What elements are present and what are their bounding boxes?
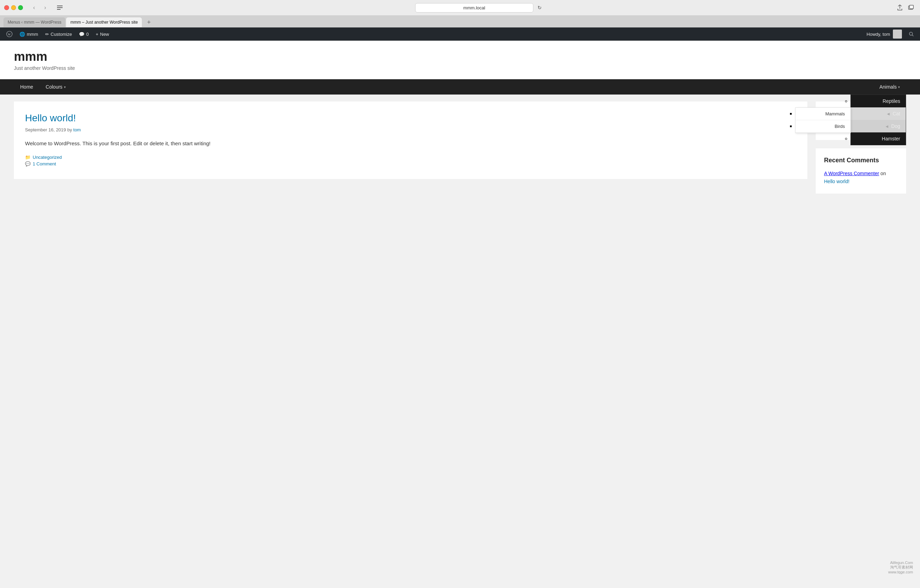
svg-rect-4 [910, 5, 914, 9]
dropdown-item-hamster[interactable]: Hamster [851, 132, 906, 145]
post-title-link[interactable]: Hello world! [25, 113, 76, 123]
comment-post-link[interactable]: Hello world! [824, 179, 849, 184]
submenu-arrow-icon: ◀ [886, 124, 888, 128]
refresh-button[interactable]: ↻ [535, 3, 544, 13]
category-link[interactable]: Uncategorized [33, 155, 62, 160]
submenu-arrow-icon: ◀ [887, 112, 890, 116]
main-layout: Hello world! September 16, 2019 by tom W… [0, 95, 920, 209]
dropdown-item-dog[interactable]: ◀ Dog [851, 120, 906, 132]
svg-line-8 [912, 35, 914, 37]
by-text: by [67, 127, 73, 132]
nav-colours-label: Colours [45, 84, 62, 90]
comment-bubble-icon: 💬 [79, 32, 84, 37]
on-text: on [880, 171, 886, 176]
comments-item[interactable]: 💬 0 [75, 27, 92, 40]
post-excerpt: Welcome to WordPress. This is your first… [25, 139, 796, 148]
tab-label: mmm – Just another WordPress site [70, 20, 138, 25]
customize-label: Customize [51, 32, 72, 37]
site-tagline: Just another WordPress site [14, 65, 906, 71]
svg-rect-2 [57, 9, 60, 10]
mammals-link[interactable]: Mammals [795, 108, 850, 120]
traffic-lights [4, 5, 23, 10]
maximize-button[interactable] [18, 5, 23, 10]
submenu-item-mammals[interactable]: Mammals [795, 108, 850, 120]
wp-logo-item[interactable]: W [3, 27, 16, 40]
post-category-item: 📁 Uncategorized [25, 155, 796, 160]
new-tab-icon [908, 5, 914, 10]
howdy-section[interactable]: Howdy, tom [863, 27, 905, 40]
animals-dropdown: Reptiles ◀ Cat Mammals [850, 95, 906, 145]
new-tab-button[interactable]: + [144, 18, 154, 27]
comments-link[interactable]: 1 Comment [33, 161, 56, 166]
svg-rect-1 [57, 7, 63, 8]
tab-label: Menus ‹ mmm — WordPress [8, 20, 61, 25]
dog-link[interactable]: ◀ Dog [851, 120, 906, 132]
new-item[interactable]: + New [92, 27, 113, 40]
close-button[interactable] [4, 5, 9, 10]
site-icon: 🌐 [19, 32, 25, 37]
titlebar: ‹ › mmm.local ↻ [0, 0, 920, 15]
customize-item[interactable]: ✏ Customize [42, 27, 75, 40]
post-author-link[interactable]: tom [73, 127, 81, 132]
nav-link-animals[interactable]: Animals ▾ [873, 79, 906, 95]
search-icon [909, 32, 914, 37]
address-bar[interactable]: mmm.local [415, 3, 533, 13]
back-button[interactable]: ‹ [29, 3, 39, 13]
post-footer: 📁 Uncategorized 💬 1 Comment [25, 155, 796, 166]
sidebar-toggle-button[interactable] [55, 3, 65, 13]
browser-actions [895, 3, 916, 13]
address-bar-wrap: mmm.local ↻ [68, 3, 891, 13]
tab-site[interactable]: mmm – Just another WordPress site [66, 18, 142, 27]
site-name-label: mmm [27, 32, 38, 37]
browser-chrome: ‹ › mmm.local ↻ [0, 0, 920, 27]
reptiles-link[interactable]: Reptiles [851, 95, 906, 107]
nav-item-animals[interactable]: Animals ▾ Reptiles ◀ Cat [873, 79, 906, 95]
cat-submenu: Mammals Birds [795, 107, 851, 133]
commenter-link[interactable]: A WordPress Commenter [824, 171, 879, 176]
site-name-item[interactable]: 🌐 mmm [16, 27, 42, 40]
recent-comments-title: Recent Comments [824, 157, 898, 164]
forward-button[interactable]: › [40, 3, 50, 13]
nav-item-colours[interactable]: Colours ▾ [39, 79, 71, 95]
site-nav: Home Colours ▾ Animals ▾ Reptiles [0, 79, 920, 95]
howdy-text: Howdy, tom [867, 32, 890, 37]
browser-tabs: Menus ‹ mmm — WordPress mmm – Just anoth… [0, 15, 920, 27]
search-bar-icon[interactable] [905, 27, 917, 40]
birds-link[interactable]: Birds [795, 120, 850, 132]
recent-comment-text: A WordPress Commenter on Hello world! [824, 170, 898, 185]
post-comments-item: 💬 1 Comment [25, 161, 796, 166]
new-tab-button[interactable] [906, 3, 916, 13]
chevron-down-icon: ▾ [898, 85, 900, 89]
submenu-item-birds[interactable]: Birds [795, 120, 850, 133]
hamster-label: Hamster [882, 136, 900, 141]
share-button[interactable] [895, 3, 905, 13]
cat-link[interactable]: ◀ Cat [851, 107, 906, 120]
svg-rect-0 [57, 6, 63, 6]
tab-wordpress-admin[interactable]: Menus ‹ mmm — WordPress [3, 18, 65, 27]
nav-home-label: Home [20, 84, 33, 90]
hamster-link[interactable]: Hamster [851, 132, 906, 145]
chevron-down-icon: ▾ [64, 85, 66, 89]
site-header: mmm Just another WordPress site [0, 40, 920, 79]
birds-label: Birds [834, 124, 845, 129]
customize-icon: ✏ [45, 32, 49, 37]
reptiles-label: Reptiles [883, 99, 900, 104]
post-title: Hello world! [25, 113, 796, 124]
nav-link-home[interactable]: Home [14, 79, 39, 95]
dropdown-item-reptiles[interactable]: Reptiles [851, 95, 906, 107]
wp-admin-bar: W 🌐 mmm ✏ Customize 💬 0 + New Howdy, tom [0, 27, 920, 40]
comment-icon: 💬 [25, 161, 31, 166]
nav-link-colours[interactable]: Colours ▾ [39, 79, 71, 95]
mammals-label: Mammals [825, 111, 845, 116]
nav-item-home[interactable]: Home [14, 79, 39, 95]
post-meta: September 16, 2019 by tom [25, 127, 796, 132]
comments-count: 0 [86, 32, 89, 37]
dropdown-item-cat[interactable]: ◀ Cat Mammals Birds [851, 107, 906, 120]
nav-menu: Home Colours ▾ Animals ▾ Reptiles [14, 79, 906, 95]
folder-icon: 📁 [25, 155, 31, 160]
plus-icon: + [96, 32, 99, 37]
minimize-button[interactable] [11, 5, 16, 10]
wp-logo-icon: W [6, 31, 13, 37]
browser-nav: ‹ › [29, 3, 50, 13]
site-title: mmm [14, 49, 906, 64]
